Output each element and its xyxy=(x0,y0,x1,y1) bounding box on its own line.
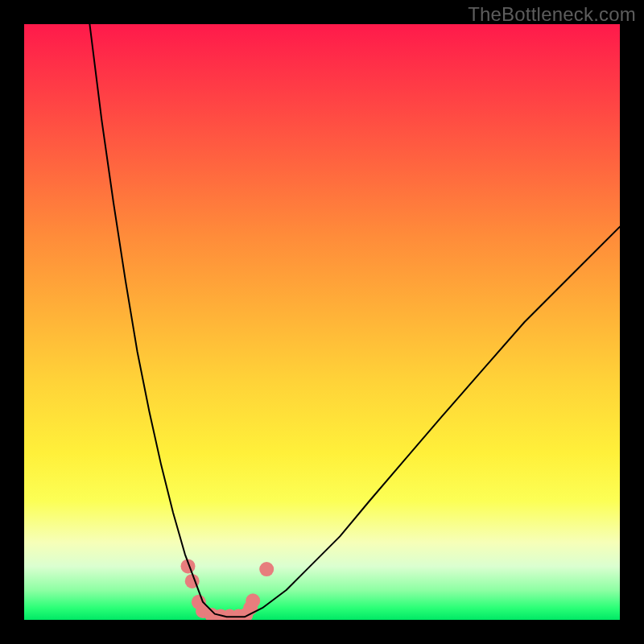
bottleneck-curve xyxy=(89,24,620,617)
watermark-text: TheBottleneck.com xyxy=(468,3,636,26)
data-point-marker xyxy=(259,562,274,576)
curve-layer xyxy=(24,24,620,620)
marker-group xyxy=(181,559,275,620)
data-point-marker xyxy=(246,593,260,608)
plot-area xyxy=(24,24,620,620)
chart-frame: TheBottleneck.com xyxy=(0,0,644,644)
